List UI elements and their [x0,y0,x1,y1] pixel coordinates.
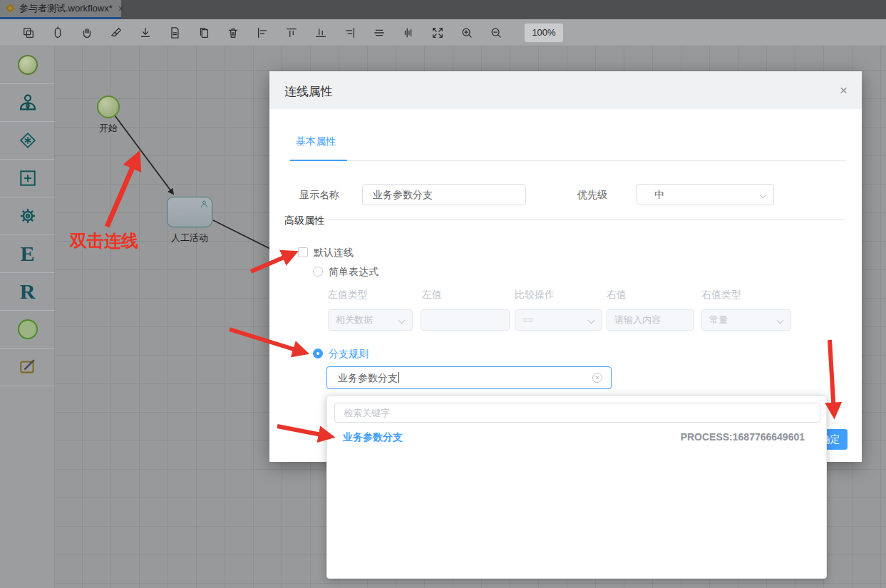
simple-expression-label: 简单表达式 [329,266,378,279]
branch-rule-input[interactable]: 业务参数分支 ✕ [326,366,612,389]
palette-item-note[interactable] [0,349,55,386]
file-tab-title: 参与者测试.workflowx* [19,2,113,15]
start-node-label: 开始 [87,122,130,135]
align-left-icon[interactable] [256,26,269,39]
chevron-down-icon [398,317,406,324]
palette-item-start[interactable] [0,46,55,84]
palette-item-r[interactable]: R [0,273,55,311]
left-value-input[interactable] [421,309,510,331]
left-type-select[interactable]: 相关数据 [328,309,413,331]
align-top-icon[interactable] [285,26,298,39]
chevron-down-icon [777,317,784,324]
branch-rule-dropdown: 业务参数分支 PROCESS:1687766649601 [326,396,827,579]
activity-node-label: 人工活动 [168,232,211,244]
left-value-label: 左值 [422,289,442,301]
close-icon[interactable]: × [840,83,848,97]
default-line-checkbox[interactable] [298,247,308,257]
document-icon[interactable] [168,26,181,39]
align-right-icon[interactable] [344,26,356,39]
palette-item-gateway[interactable] [0,122,55,160]
left-type-value: 相关数据 [336,314,373,325]
priority-select[interactable]: 中 [637,184,774,205]
compare-op-label: 比较操作 [515,289,555,301]
brush-icon[interactable] [110,26,123,39]
hand-icon[interactable] [81,26,93,39]
tab-basic-properties[interactable]: 基本属性 [296,135,336,148]
dialog-title: 连线属性 [284,83,333,100]
start-node[interactable] [97,96,120,118]
zoom-level[interactable]: 100% [525,24,563,42]
compare-op-value: == [522,314,533,325]
branch-rule-label: 分支规则 [329,348,369,361]
align-center-icon[interactable] [373,26,386,39]
right-value-label: 右值 [607,289,627,301]
branch-rule-radio[interactable] [313,349,323,359]
align-bottom-icon[interactable] [314,26,327,39]
person-icon [18,93,38,113]
display-name-label: 显示名称 [299,184,339,205]
tab-active-indicator [290,160,347,161]
file-tab[interactable]: 参与者测试.workflowx* × [0,0,121,19]
priority-label: 优先级 [577,184,607,205]
gear-icon [18,206,38,226]
square-plus-icon [18,168,38,188]
palette-item-e[interactable]: E [0,235,55,273]
clear-icon[interactable]: ✕ [592,373,602,383]
priority-value: 中 [654,189,664,200]
start-node-icon [18,55,38,75]
activity-node[interactable] [167,197,212,227]
palette-item-subprocess[interactable] [0,160,55,197]
branch-rule-option[interactable]: 业务参数分支 PROCESS:1687766649601 [327,427,828,448]
search-input[interactable] [334,403,820,423]
tab-close-icon[interactable]: × [118,4,124,14]
right-value-placeholder: 请输入内容 [614,314,661,325]
letter-r-icon: R [20,281,36,302]
copy-document-icon[interactable] [197,26,210,39]
edit-note-icon [19,358,37,376]
right-type-label: 右值类型 [701,289,741,301]
right-type-value: 常量 [709,314,728,325]
text-caret [398,372,399,383]
workflow-designer-app: 开始 人工活动 参与者测试.workflowx* × 100% [0,0,886,588]
option-process-id: PROCESS:1687766649601 [681,431,805,443]
gateway-diamond-icon [18,130,38,150]
toolbar: 100% [0,19,886,46]
person-icon [200,200,209,209]
right-value-input[interactable]: 请输入内容 [607,309,694,331]
delete-icon[interactable] [227,26,239,39]
branch-rule-value: 业务参数分支 [338,372,398,383]
advanced-section-label: 高级属性 [284,215,324,227]
letter-e-icon: E [20,243,34,264]
palette-item-participant[interactable] [0,84,55,122]
palette-item-auto-activity[interactable] [0,197,55,235]
fullscreen-icon[interactable] [431,26,444,39]
tab-divider [290,160,846,161]
compare-op-select[interactable]: == [515,309,602,331]
dialog-header: 连线属性 × [269,71,862,109]
workflow-file-icon [6,4,15,13]
tab-bar: 参与者测试.workflowx* × [0,0,886,19]
left-type-label: 左值类型 [328,289,368,301]
zoom-out-icon[interactable] [490,26,503,39]
node-palette: E R [0,46,55,588]
default-line-label: 默认连线 [314,247,354,259]
download-icon[interactable] [139,26,152,39]
simple-expression-radio[interactable] [313,267,323,277]
clipboard-icon[interactable] [51,26,64,39]
copy-icon[interactable] [22,26,35,39]
distribute-icon[interactable] [402,26,415,39]
chevron-down-icon [588,317,595,324]
end-node-icon [18,319,38,339]
advanced-section-divider [328,220,846,220]
display-name-input[interactable]: 业务参数分支 [362,184,526,205]
chevron-down-icon [760,192,767,199]
palette-item-end[interactable] [0,311,55,349]
zoom-in-icon[interactable] [460,26,473,39]
option-name: 业务参数分支 [343,431,403,444]
right-type-select[interactable]: 常量 [701,309,791,331]
